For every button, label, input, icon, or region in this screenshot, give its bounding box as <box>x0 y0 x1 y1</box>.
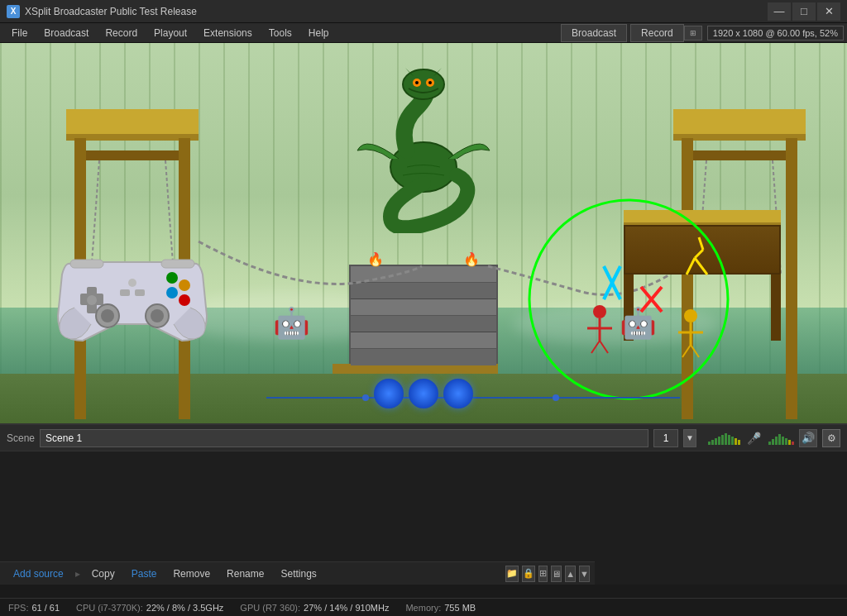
svg-rect-31 <box>120 289 130 296</box>
lock-icon[interactable]: 🔒 <box>522 566 535 582</box>
scene-number-box: 1 <box>653 429 678 447</box>
menu-bar: File Broadcast Record Playout Extensions… <box>0 23 847 43</box>
vol-bars-left <box>708 432 740 445</box>
volume-icon[interactable]: 🔊 <box>799 429 817 447</box>
paste-button[interactable]: Paste <box>125 566 164 581</box>
svg-point-27 <box>166 287 178 298</box>
cpu-status: CPU (i7-3770K): 22% / 8% / 3.5GHz <box>76 603 223 613</box>
gpu-value: 27% / 14% / 910MHz <box>304 603 389 613</box>
app-title: XSplit Broadcaster Public Test Release <box>25 6 768 17</box>
right-turret: 🤖 <box>620 306 657 341</box>
svg-point-57 <box>553 394 559 401</box>
down-icon[interactable]: ▼ <box>579 566 590 582</box>
minimize-button[interactable]: — <box>768 2 791 21</box>
svg-rect-32 <box>135 289 145 296</box>
menu-tools[interactable]: Tools <box>261 26 300 41</box>
svg-point-56 <box>362 394 369 401</box>
svg-point-22 <box>87 295 97 305</box>
scene-name-text: Scene 1 <box>45 432 82 444</box>
menu-record[interactable]: Record <box>97 26 146 41</box>
svg-point-33 <box>128 279 136 287</box>
volume-area <box>708 432 740 445</box>
fps-status: FPS: 61 / 61 <box>8 603 60 613</box>
fps-label: FPS: <box>8 603 28 613</box>
menu-broadcast[interactable]: Broadcast <box>36 26 97 41</box>
menu-playout[interactable]: Playout <box>146 26 195 41</box>
svg-point-28 <box>179 279 190 291</box>
memory-value: 755 MB <box>444 603 476 613</box>
volume-area-2 <box>768 432 794 445</box>
preview-area[interactable]: 🔥 🔥 <box>0 43 847 423</box>
svg-rect-35 <box>161 260 194 268</box>
cpu-value: 22% / 8% / 3.5GHz <box>146 603 224 613</box>
svg-point-30 <box>166 272 178 284</box>
svg-point-29 <box>179 294 190 306</box>
scene-name-box: Scene 1 <box>40 429 648 447</box>
audio-visualization <box>374 379 473 408</box>
settings-button[interactable]: Settings <box>274 566 323 581</box>
resolution-icon: ⊞ <box>684 26 702 41</box>
gpu-status: GPU (R7 360): 27% / 14% / 910MHz <box>240 603 389 613</box>
vol-bars-right <box>768 432 794 445</box>
menu-help[interactable]: Help <box>300 26 337 41</box>
svg-point-24 <box>101 309 114 322</box>
gpu-label: GPU (R7 360): <box>240 603 300 613</box>
audio-waveform <box>266 385 680 410</box>
remove-button[interactable]: Remove <box>166 566 217 581</box>
up-icon[interactable]: ▲ <box>565 566 576 582</box>
gamepad-visualizer <box>50 241 215 357</box>
mic-icon[interactable]: 🎤 <box>745 430 762 446</box>
grid-icon[interactable]: ⊞ <box>538 566 548 582</box>
svg-point-26 <box>151 309 164 322</box>
memory-status: Memory: 755 MB <box>405 603 476 613</box>
broadcast-button[interactable]: Broadcast <box>561 24 627 42</box>
bottom-panel: Scene Scene 1 1 ▼ 🎤 <box>0 423 847 585</box>
app-icon: X <box>7 5 20 18</box>
memory-label: Memory: <box>405 603 441 613</box>
svg-rect-34 <box>70 260 103 268</box>
scene-bar: Scene Scene 1 1 ▼ 🎤 <box>0 425 847 451</box>
source-icons: 📁 🔒 ⊞ 🖥 ▲ ▼ <box>520 561 595 585</box>
monitor-icon[interactable]: 🖥 <box>551 566 562 582</box>
audio-circle-2 <box>409 379 438 408</box>
gear-icon[interactable]: ⚙ <box>822 429 840 447</box>
close-button[interactable]: ✕ <box>817 2 840 21</box>
resolution-text: 1920 x 1080 @ 60.00 fps, 52% <box>707 26 844 41</box>
resolution-display: ⊞ 1920 x 1080 @ 60.00 fps, 52% <box>684 26 844 41</box>
menu-extensions[interactable]: Extensions <box>195 26 261 41</box>
menu-file[interactable]: File <box>3 26 36 41</box>
status-bar: FPS: 61 / 61 CPU (i7-3770K): 22% / 8% / … <box>0 598 847 616</box>
record-button[interactable]: Record <box>630 24 684 42</box>
maximize-button[interactable]: □ <box>792 2 816 21</box>
copy-button[interactable]: Copy <box>85 566 122 581</box>
window-controls: — □ ✕ <box>768 2 840 21</box>
cpu-label: CPU (i7-3770K): <box>76 603 143 613</box>
scene-number: 1 <box>663 432 669 444</box>
fps-value: 61 / 61 <box>31 603 60 613</box>
game-canvas: 🔥 🔥 <box>0 43 847 423</box>
audio-circle-1 <box>374 379 404 408</box>
add-source-button[interactable]: Add source <box>7 566 70 581</box>
audio-circle-3 <box>443 379 473 408</box>
folder-icon[interactable]: 📁 <box>505 566 519 582</box>
rename-button[interactable]: Rename <box>220 566 270 581</box>
title-bar: X XSplit Broadcaster Public Test Release… <box>0 0 847 23</box>
scene-dropdown[interactable]: ▼ <box>683 429 696 447</box>
left-turret: 🤖 <box>273 306 310 341</box>
scene-label: Scene <box>7 432 35 444</box>
